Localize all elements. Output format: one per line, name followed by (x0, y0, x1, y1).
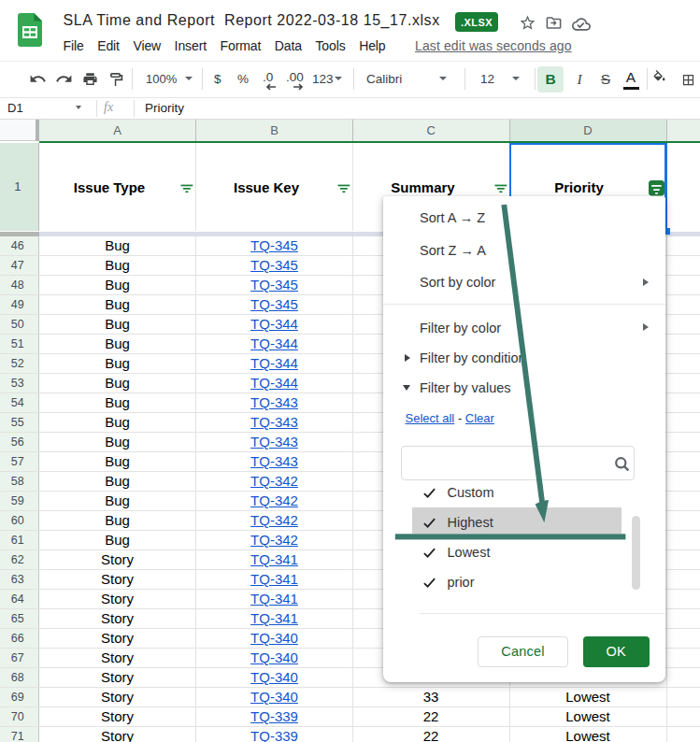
cell-issue-key[interactable]: TQ-341 (196, 590, 353, 608)
row-header-56[interactable]: 56 (0, 433, 39, 451)
row-header-66[interactable]: 66 (0, 629, 39, 648)
redo-icon[interactable] (55, 71, 73, 87)
cell-issue-key[interactable]: TQ-341 (196, 570, 353, 589)
filter-value-custom[interactable]: Custom (383, 478, 665, 507)
filter-icon-issue-key[interactable] (337, 184, 350, 193)
cell-issue-key[interactable]: TQ-340 (196, 668, 353, 687)
filter-icon-summary[interactable] (494, 184, 507, 193)
cell-issue-type[interactable]: Bug (39, 315, 196, 334)
cell-issue-type[interactable]: Bug (39, 374, 196, 392)
cell-issue-key[interactable]: TQ-343 (196, 433, 353, 451)
cell-issue-type[interactable]: Bug (39, 413, 196, 432)
cell-issue-key[interactable]: TQ-340 (196, 629, 353, 648)
cell-issue-type[interactable]: Story (39, 570, 196, 589)
row-header-50[interactable]: 50 (0, 315, 39, 334)
row-header-64[interactable]: 64 (0, 590, 39, 608)
strikethrough-button[interactable]: S (596, 66, 615, 93)
cell-issue-type[interactable]: Bug (39, 256, 196, 275)
row-header-69[interactable]: 69 (0, 688, 39, 706)
format-percent-button[interactable]: % (237, 73, 249, 86)
column-header-d[interactable]: D (509, 120, 666, 141)
cell-issue-type[interactable]: Bug (39, 335, 196, 353)
column-header-a[interactable]: A (39, 120, 196, 141)
more-formats-button[interactable]: 123 (312, 73, 334, 86)
cell-summary[interactable]: 22 (352, 727, 509, 742)
row-header-49[interactable]: 49 (0, 295, 39, 314)
cell-issue-type[interactable]: Bug (39, 354, 196, 373)
row-header-55[interactable]: 55 (0, 413, 39, 432)
header-cell-issue-type[interactable]: Issue Type (39, 143, 180, 231)
undo-icon[interactable] (29, 71, 47, 87)
row-header-51[interactable]: 51 (0, 335, 39, 353)
cell-issue-key[interactable]: TQ-342 (196, 531, 353, 549)
cell-priority[interactable]: Lowest (509, 707, 666, 726)
bold-button[interactable]: B (537, 66, 564, 93)
cell-issue-key[interactable]: TQ-342 (196, 511, 353, 530)
cell-issue-key[interactable]: TQ-344 (196, 335, 353, 353)
increase-decimal-button[interactable]: .00 (286, 71, 304, 84)
cell-issue-key[interactable]: TQ-344 (196, 354, 353, 373)
decrease-decimal-button[interactable]: .0 (263, 71, 273, 84)
row-header-61[interactable]: 61 (0, 531, 39, 549)
values-scrollbar[interactable] (632, 516, 640, 590)
filter-value-prior[interactable]: prior (383, 567, 665, 597)
cell-issue-type[interactable]: Bug (39, 236, 196, 255)
cell-issue-type[interactable]: Story (39, 688, 196, 706)
menu-item-filter-by-values[interactable]: Filter by values (383, 371, 665, 404)
cloud-check-icon[interactable] (572, 15, 591, 34)
menu-format[interactable]: Format (221, 38, 262, 53)
cell-issue-type[interactable]: Bug (39, 452, 196, 471)
zoom-select[interactable]: 100% (146, 73, 177, 86)
cell-issue-key[interactable]: TQ-342 (196, 492, 353, 510)
cell-issue-type[interactable]: Bug (39, 511, 196, 530)
cell-issue-type[interactable]: Story (39, 550, 196, 569)
cell-issue-key[interactable]: TQ-344 (196, 315, 353, 334)
menu-data[interactable]: Data (275, 38, 302, 53)
cell-issue-key[interactable]: TQ-343 (196, 393, 353, 412)
menu-tools[interactable]: Tools (315, 38, 345, 53)
row-header-62[interactable]: 62 (0, 550, 39, 569)
row-header-65[interactable]: 65 (0, 609, 39, 628)
fill-color-icon[interactable] (651, 70, 667, 85)
cell-issue-key[interactable]: TQ-341 (196, 609, 353, 628)
row-header-63[interactable]: 63 (0, 570, 39, 589)
document-title[interactable]: SLA Time and Report Report 2022-03-18 15… (64, 12, 440, 29)
menu-item-filter-by-color[interactable]: Filter by color (383, 311, 665, 344)
filter-value-highest[interactable]: Highest (383, 507, 665, 537)
cell-issue-type[interactable]: Story (39, 609, 196, 628)
cell-issue-type[interactable]: Bug (39, 276, 196, 294)
cell-issue-key[interactable]: TQ-340 (196, 649, 353, 667)
cell-issue-key[interactable]: TQ-339 (196, 707, 353, 726)
menu-item-sort-za[interactable]: Sort Z → A (383, 234, 665, 266)
move-folder-icon[interactable] (545, 14, 563, 32)
sheets-logo-icon[interactable] (18, 13, 42, 47)
cell-issue-type[interactable]: Story (39, 590, 196, 608)
row-header-54[interactable]: 54 (0, 393, 39, 412)
cell-issue-type[interactable]: Story (39, 649, 196, 667)
row-header-48[interactable]: 48 (0, 276, 39, 294)
ok-button[interactable]: OK (583, 636, 650, 667)
selection-fill-handle[interactable] (664, 228, 671, 235)
menu-view[interactable]: View (133, 38, 161, 53)
cell-issue-type[interactable]: Story (39, 629, 196, 648)
name-box[interactable]: D1 (7, 101, 23, 115)
row-header-70[interactable]: 70 (0, 707, 39, 726)
cell-issue-type[interactable]: Bug (39, 295, 196, 314)
row-header-71[interactable]: 71 (0, 727, 39, 742)
star-icon[interactable] (519, 14, 536, 32)
menu-item-sort-by-color[interactable]: Sort by color (383, 266, 665, 298)
filter-search-input[interactable] (401, 446, 636, 480)
select-all-link[interactable]: Select all (406, 411, 455, 425)
last-edit-status[interactable]: Last edit was seconds ago (415, 38, 572, 53)
filter-icon-issue-type[interactable] (180, 184, 193, 193)
cell-issue-type[interactable]: Bug (39, 472, 196, 491)
cell-issue-type[interactable]: Story (39, 727, 196, 742)
font-select[interactable]: Calibri (366, 73, 402, 86)
formula-input[interactable]: Priority (145, 101, 184, 115)
cell-issue-key[interactable]: TQ-343 (196, 452, 353, 471)
paint-format-icon[interactable] (110, 73, 123, 87)
header-cell-issue-key[interactable]: Issue Key (196, 143, 337, 231)
font-size-select[interactable]: 12 (480, 73, 494, 86)
row-header-1[interactable]: 1 (0, 143, 39, 232)
cell-issue-key[interactable]: TQ-345 (196, 236, 353, 255)
